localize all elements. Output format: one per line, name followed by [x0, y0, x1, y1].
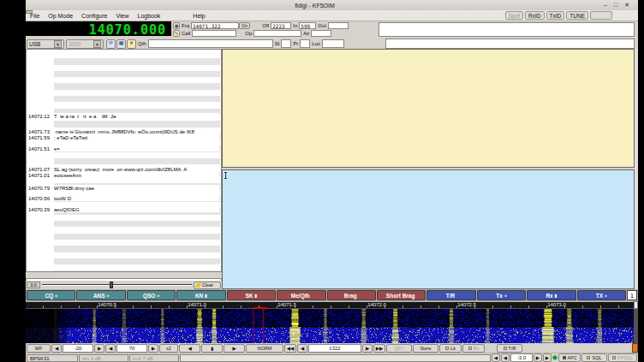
- signal-range-value[interactable]: 70: [116, 344, 147, 353]
- menu-help[interactable]: Help: [188, 13, 209, 19]
- call-input[interactable]: [192, 30, 236, 37]
- reload-icon[interactable]: ⟳: [106, 39, 116, 49]
- clear-button[interactable]: Clear: [194, 282, 221, 289]
- spot-toggle[interactable]: Spot: [505, 11, 523, 20]
- afc-toggle[interactable]: AFC: [558, 353, 581, 362]
- pane-scrollbar[interactable]: [635, 49, 638, 289]
- menu-view[interactable]: View: [111, 13, 133, 19]
- frq-input[interactable]: [191, 22, 239, 29]
- rxid-toggle[interactable]: RxID: [525, 11, 544, 20]
- logbook-icon[interactable]: ▦: [116, 39, 126, 49]
- macro-button-1[interactable]: ANS»: [76, 290, 125, 300]
- minimize-icon[interactable]: –: [604, 1, 607, 9]
- afc-offset-value[interactable]: -3.0: [510, 353, 533, 362]
- macro-button-6[interactable]: Brag: [327, 290, 376, 300]
- title-bar[interactable]: fldigi - KF5OIM – □ ✕: [26, 0, 638, 10]
- tune-button[interactable]: TUNE: [566, 11, 588, 20]
- browser-line[interactable]: 14070.56tooW D: [28, 195, 219, 201]
- spare-button[interactable]: [590, 11, 612, 20]
- loc-label: Loc: [312, 41, 320, 46]
- wf-mode-button[interactable]: WF: [27, 344, 51, 353]
- op-input[interactable]: [253, 30, 301, 37]
- mode-select[interactable]: USB▼: [27, 39, 64, 49]
- qth-input[interactable]: [148, 39, 273, 48]
- txid-toggle[interactable]: TxID: [546, 11, 565, 20]
- lower-signal-arrow-right[interactable]: ▶: [94, 344, 104, 353]
- squelch-slider[interactable]: [42, 282, 192, 288]
- macro-button-4[interactable]: SK▮: [227, 290, 276, 300]
- scroll-left-button[interactable]: ◀: [179, 344, 200, 353]
- upper-signal-arrow-right[interactable]: ▶: [148, 344, 158, 353]
- kpsql-toggle[interactable]: KPSQL: [608, 353, 637, 362]
- carrier-left[interactable]: ◀: [297, 344, 307, 353]
- macro-button-9[interactable]: Tx»: [477, 290, 526, 300]
- macro-button-11[interactable]: TX»: [577, 290, 626, 300]
- afc-step-right[interactable]: ▶: [534, 353, 542, 362]
- macro-button-8[interactable]: T/R: [426, 290, 475, 300]
- notes-field[interactable]: [379, 22, 635, 37]
- macro-button-5[interactable]: Me/Qth: [277, 290, 325, 300]
- afc-step-left2[interactable]: ◀: [501, 353, 510, 362]
- browser-line[interactable]: 14070.39aeoQfOEG: [28, 206, 219, 212]
- browser-line[interactable]: 14070.79W7RSBl dmy cae: [28, 185, 219, 191]
- macro-set-number[interactable]: 1: [627, 290, 637, 300]
- carrier-right[interactable]: ▶: [362, 344, 373, 353]
- reverse-toggle[interactable]: Rv: [462, 344, 485, 353]
- signal-lower-value[interactable]: -20: [63, 344, 93, 353]
- lower-signal-arrow-left[interactable]: ◀: [51, 344, 62, 353]
- close-icon[interactable]: ✕: [624, 1, 629, 9]
- afc-step-right2[interactable]: ▶: [543, 353, 552, 362]
- carrier-fast-left[interactable]: ◀◀: [284, 344, 296, 353]
- in-input[interactable]: [299, 22, 316, 29]
- upper-signal-arrow-left[interactable]: ◀: [105, 344, 116, 353]
- carrier-fast-right[interactable]: ▶▶: [373, 344, 385, 353]
- off-input[interactable]: [271, 22, 291, 29]
- bandwidth-select[interactable]: 3000▼: [66, 39, 104, 49]
- macro-button-10[interactable]: Rx▮: [527, 290, 575, 300]
- center-button[interactable]: ▮: [201, 344, 223, 353]
- tx-text-pane[interactable]: [222, 169, 635, 289]
- on-button[interactable]: On: [239, 22, 250, 29]
- menu-configure[interactable]: Configure: [77, 13, 111, 19]
- rx-text-pane[interactable]: [222, 49, 635, 168]
- browser-line[interactable]: 14071.73 name is Giovanni mrno JM88DVfo:…: [28, 128, 219, 134]
- sql-toggle[interactable]: SQL: [581, 353, 607, 362]
- slider-handle[interactable]: [110, 282, 113, 288]
- menu-logbook[interactable]: Logbook: [133, 13, 164, 19]
- norm-speed-button[interactable]: NORM: [246, 344, 283, 353]
- status-bar: BPSK31 s/n 1 dB imd 7 dB ◀ ◀ -3.0 ▶ ▶ ◆ …: [26, 353, 638, 362]
- waterfall-scale[interactable]: 14070.5 14071.0 14071.5 14072.0 14072.5 …: [26, 301, 634, 308]
- freq-list-icon[interactable]: ◉: [173, 22, 180, 29]
- menu-op-mode[interactable]: Op Mode: [44, 13, 77, 19]
- macro-button-2[interactable]: QSO»: [127, 290, 176, 300]
- carrier-frequency-value[interactable]: 1322: [308, 344, 361, 353]
- st-input[interactable]: [281, 39, 291, 48]
- qsy-button[interactable]: QSY: [386, 344, 412, 353]
- frequency-display[interactable]: 14070.000: [26, 21, 171, 36]
- maximize-icon[interactable]: □: [614, 1, 617, 9]
- country-field[interactable]: [385, 39, 635, 49]
- tr-toggle[interactable]: T/R: [497, 344, 522, 353]
- scroll-right-button[interactable]: ▶: [224, 344, 245, 353]
- edit-entry-icon[interactable]: ✎: [173, 30, 180, 37]
- mode-status-button[interactable]: BPSK31: [27, 354, 78, 362]
- az-input[interactable]: [311, 30, 331, 37]
- qrz-lookup-icon[interactable]: ★: [127, 39, 136, 49]
- browser-line[interactable]: 14072.12T te a ra t rt e a tM Ja: [28, 113, 219, 119]
- browser-line[interactable]: 14071.59: eTaD eTaTwti: [28, 134, 219, 140]
- macro-button-3[interactable]: KN▮: [176, 290, 225, 300]
- waterfall-display[interactable]: [26, 309, 634, 343]
- lock-toggle[interactable]: Lk: [439, 344, 462, 353]
- loc-input[interactable]: [322, 39, 344, 48]
- store-button[interactable]: Store: [413, 344, 438, 353]
- x2-zoom-button[interactable]: x2: [159, 344, 178, 353]
- pr-input[interactable]: [300, 39, 310, 48]
- browser-line[interactable]: 14071.07SL ag (sorry ureau) more on www.…: [28, 166, 219, 172]
- macro-button-7[interactable]: Short Brag: [377, 290, 426, 300]
- out-input[interactable]: [328, 22, 349, 29]
- afc-step-left[interactable]: ◀: [492, 353, 500, 362]
- macro-button-0[interactable]: CQ»: [27, 290, 75, 300]
- browser-line[interactable]: 14071.01eotoseeAnn: [28, 172, 219, 178]
- signal-browser[interactable]: 14072.12T te a ra t rt e a tM Ja 14071.7…: [26, 49, 222, 272]
- browser-line[interactable]: 14071.51e=: [28, 145, 219, 151]
